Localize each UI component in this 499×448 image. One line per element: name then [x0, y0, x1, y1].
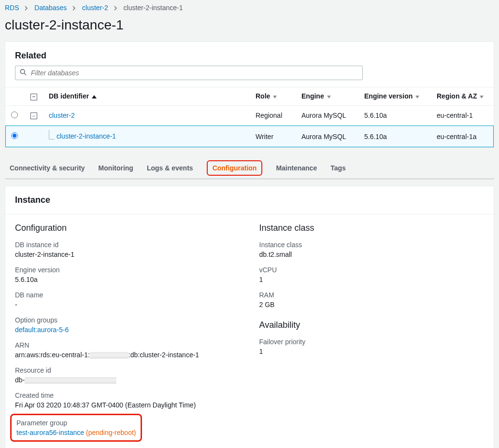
label-vcpu: vCPU	[259, 266, 485, 274]
label-failover-priority: Failover priority	[259, 338, 485, 346]
value-db-name: -	[15, 301, 240, 308]
value-instance-class: db.t2.small	[259, 251, 485, 258]
row-select-radio[interactable]	[11, 132, 18, 139]
link-parameter-group[interactable]: test-aurora56-instance	[16, 429, 84, 436]
cell-role: Regional	[250, 105, 296, 126]
breadcrumb-current: cluster-2-instance-1	[124, 4, 183, 12]
label-engine-version: Engine version	[15, 266, 240, 274]
cell-engine: Aurora MySQL	[296, 126, 358, 147]
label-option-groups: Option groups	[15, 316, 240, 324]
label-parameter-group: Parameter group	[16, 419, 136, 427]
filter-icon	[327, 96, 331, 98]
label-instance-class: Instance class	[259, 241, 485, 249]
cell-engine: Aurora MySQL	[296, 105, 358, 126]
value-failover-priority: 1	[259, 348, 485, 355]
cell-engine-version: 5.6.10a	[358, 105, 431, 126]
tab-maintenance[interactable]: Maintenance	[276, 157, 317, 179]
tab-logs-events[interactable]: Logs & events	[147, 157, 193, 179]
search-icon	[20, 69, 27, 77]
cell-role: Writer	[250, 126, 296, 147]
label-created-time: Created time	[15, 392, 240, 399]
db-link[interactable]: cluster-2	[49, 112, 75, 119]
cell-region-az: eu-central-1a	[431, 126, 494, 147]
filter-icon	[480, 96, 484, 98]
value-created-time: Fri Apr 03 2020 10:48:37 GMT-0400 (Easte…	[15, 401, 240, 409]
related-panel: Related − DB identifier Role Engine Engi…	[5, 42, 494, 148]
status-pending-reboot: (pending-reboot)	[86, 429, 136, 436]
tab-monitoring[interactable]: Monitoring	[99, 157, 133, 179]
col-engine[interactable]: Engine	[296, 87, 358, 106]
svg-point-0	[20, 70, 25, 74]
label-db-instance-id: DB instance id	[15, 241, 240, 249]
breadcrumb-rds[interactable]: RDS	[5, 4, 19, 12]
label-db-name: DB name	[15, 291, 240, 299]
filter-icon	[273, 96, 277, 98]
tabs-bar: Connectivity & security Monitoring Logs …	[5, 157, 494, 179]
value-resource-id: db-	[15, 376, 240, 384]
table-row[interactable]: − cluster-2 Regional Aurora MySQL 5.6.10…	[5, 105, 494, 126]
related-heading: Related	[15, 51, 484, 61]
instance-panel: Instance Configuration DB instance id cl…	[5, 186, 494, 448]
databases-table: − DB identifier Role Engine Engine versi…	[5, 87, 494, 147]
db-link[interactable]: cluster-2-instance-1	[57, 132, 116, 140]
svg-line-1	[24, 73, 26, 75]
instance-heading: Instance	[15, 195, 484, 205]
configuration-heading: Configuration	[15, 223, 240, 233]
collapse-icon[interactable]: −	[30, 112, 37, 119]
configuration-column: Configuration DB instance id cluster-2-i…	[15, 223, 240, 442]
chevron-right-icon	[114, 4, 118, 12]
redacted-account-id	[90, 352, 128, 359]
tree-branch-icon	[49, 130, 55, 140]
breadcrumb-cluster[interactable]: cluster-2	[82, 4, 108, 12]
filter-icon	[415, 96, 419, 98]
chevron-right-icon	[25, 4, 29, 12]
col-engine-version[interactable]: Engine version	[358, 87, 431, 106]
instance-class-column: Instance class Instance class db.t2.smal…	[259, 223, 485, 442]
cell-engine-version: 5.6.10a	[358, 126, 431, 147]
parameter-group-highlight: Parameter group test-aurora56-instance (…	[10, 414, 142, 442]
table-row[interactable]: cluster-2-instance-1 Writer Aurora MySQL…	[5, 126, 494, 147]
value-ram: 2 GB	[259, 301, 485, 308]
col-region-az[interactable]: Region & AZ	[431, 87, 494, 106]
link-option-groups[interactable]: default:aurora-5-6	[15, 326, 69, 334]
value-arn: arn:aws:rds:eu-central-1::db:cluster-2-i…	[15, 351, 240, 359]
tab-configuration[interactable]: Configuration	[207, 160, 263, 176]
cell-region-az: eu-central-1	[431, 105, 494, 126]
breadcrumb: RDS Databases cluster-2 cluster-2-instan…	[0, 0, 499, 15]
value-engine-version: 5.6.10a	[15, 276, 240, 283]
breadcrumb-databases[interactable]: Databases	[34, 4, 67, 12]
label-resource-id: Resource id	[15, 366, 240, 374]
chevron-right-icon	[72, 4, 76, 12]
value-db-instance-id: cluster-2-instance-1	[15, 251, 240, 258]
availability-heading: Availability	[259, 320, 485, 330]
search-input[interactable]	[15, 66, 363, 80]
instance-class-heading: Instance class	[259, 223, 485, 233]
row-select-radio[interactable]	[11, 112, 18, 118]
sort-asc-icon	[92, 95, 97, 98]
label-ram: RAM	[259, 291, 485, 299]
redacted-resource-id	[25, 377, 116, 384]
search-box	[15, 66, 484, 80]
tab-connectivity-security[interactable]: Connectivity & security	[10, 157, 85, 179]
value-vcpu: 1	[259, 276, 485, 283]
page-title: cluster-2-instance-1	[0, 15, 499, 42]
tab-tags[interactable]: Tags	[330, 157, 346, 179]
collapse-all-icon[interactable]: −	[30, 94, 37, 100]
label-arn: ARN	[15, 341, 240, 349]
col-role[interactable]: Role	[250, 87, 296, 106]
col-db-identifier[interactable]: DB identifier	[43, 87, 250, 106]
